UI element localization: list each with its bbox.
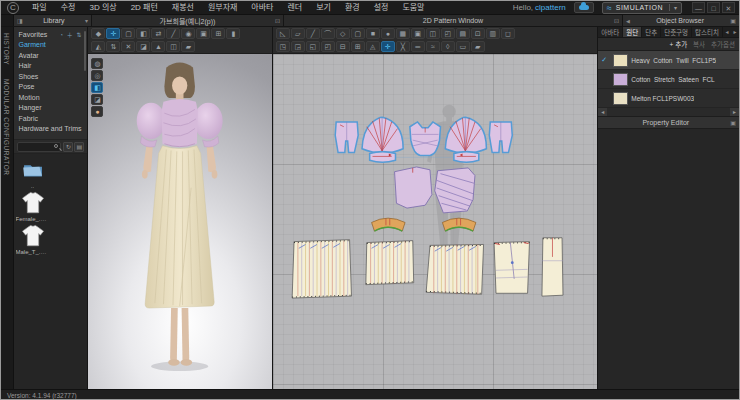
library-nav-item[interactable]: Fabric bbox=[14, 113, 88, 124]
canvas-2d[interactable] bbox=[273, 54, 597, 389]
toolbar-2d-button[interactable]: ▭ bbox=[456, 41, 470, 52]
avatar-display-toggle[interactable]: ◎ bbox=[91, 70, 103, 81]
toolbar-3d-button[interactable]: ▮ bbox=[226, 28, 240, 39]
simulation-dropdown-caret[interactable]: ▾ bbox=[669, 4, 677, 11]
toolbar-2d-button[interactable]: ╳ bbox=[396, 41, 410, 52]
menu-item[interactable]: 아바타 bbox=[244, 1, 280, 15]
object-browser-tab[interactable]: 단추 bbox=[642, 27, 661, 37]
menu-item[interactable]: 보기 bbox=[309, 1, 338, 15]
library-nav-item[interactable]: Pose bbox=[14, 82, 88, 93]
toolbar-2d-button[interactable]: ◰ bbox=[321, 41, 335, 52]
toolbar-2d-button[interactable]: ◬ bbox=[366, 41, 380, 52]
menu-item[interactable]: 3D 의상 bbox=[82, 1, 123, 15]
toolbar-2d-button[interactable]: ◊ bbox=[441, 41, 455, 52]
toolbar-2d-button[interactable]: ● bbox=[381, 28, 395, 39]
object-browser-tab[interactable]: 탑스티치 bbox=[692, 27, 723, 37]
toolbar-3d-button[interactable]: ⊞ bbox=[211, 28, 225, 39]
toolbar-2d-button[interactable]: ✛ bbox=[381, 41, 395, 52]
tab-scroll-arrow[interactable]: ◄ bbox=[723, 27, 731, 37]
toolbar-2d-button[interactable]: ▣ bbox=[411, 28, 425, 39]
toolbar-3d-button[interactable]: ╱ bbox=[166, 28, 180, 39]
toolbar-3d-button[interactable]: ◪ bbox=[136, 41, 150, 52]
fabric-swatch[interactable] bbox=[613, 73, 628, 86]
toolbar-3d-button[interactable]: ▣ bbox=[196, 28, 210, 39]
toolbar-3d-button[interactable]: ◧ bbox=[136, 28, 150, 39]
toolbar-2d-button[interactable]: ═ bbox=[411, 41, 425, 52]
toolbar-3d-button[interactable]: ⇅ bbox=[106, 41, 120, 52]
toolbar-2d-button[interactable]: ▤ bbox=[456, 28, 470, 39]
toolbar-2d-button[interactable]: ▥ bbox=[486, 28, 500, 39]
fabric-row[interactable]: Cotton_Stretch_Sateen_FCL bbox=[598, 70, 739, 89]
menu-item[interactable]: 설정 bbox=[367, 1, 396, 15]
fabric-row[interactable]: ✓ Heavy_Cotton_Twill_FCL1P5 bbox=[598, 51, 739, 70]
simulation-button[interactable]: ≈ SIMULATION ▾ bbox=[602, 2, 682, 14]
toolbar-2d-button[interactable]: ■ bbox=[366, 28, 380, 39]
scroll-arrow[interactable]: ◄ bbox=[598, 108, 607, 116]
library-thumbnail[interactable]: .. bbox=[16, 158, 50, 189]
window-control-button[interactable]: — bbox=[692, 2, 705, 13]
toolbar-2d-button[interactable]: ◫ bbox=[426, 28, 440, 39]
add-fabric-button[interactable]: + 추가 bbox=[670, 39, 688, 49]
avatar-display-toggle[interactable]: ◍ bbox=[91, 58, 103, 69]
canvas-3d[interactable]: ◍◎◧◪● bbox=[88, 54, 271, 389]
toolbar-2d-button[interactable]: ⊟ bbox=[336, 41, 350, 52]
toolbar-2d-button[interactable]: ◲ bbox=[291, 41, 305, 52]
menu-item[interactable]: 파일 bbox=[25, 1, 54, 15]
window-control-button[interactable]: □ bbox=[707, 2, 720, 13]
copy-fabric-button[interactable]: 복사 bbox=[693, 39, 705, 49]
library-nav-item[interactable]: Hanger bbox=[14, 103, 88, 114]
toolbar-3d-button[interactable]: ▰ bbox=[181, 41, 195, 52]
cloud-sync-button[interactable] bbox=[574, 2, 594, 13]
toolbar-2d-button[interactable]: ▱ bbox=[291, 28, 305, 39]
toolbar-2d-button[interactable]: ◇ bbox=[336, 28, 350, 39]
chevron-down-icon[interactable]: ▾ bbox=[85, 17, 88, 24]
toolbar-3d-button[interactable]: ◆ bbox=[91, 28, 105, 39]
detach-window-icon[interactable]: ⊡ bbox=[275, 17, 280, 24]
toolbar-2d-button[interactable]: ⊞ bbox=[351, 41, 365, 52]
view-mode-button[interactable]: ↻ bbox=[63, 142, 73, 152]
avatar-display-toggle[interactable]: ◧ bbox=[91, 82, 103, 93]
scroll-arrow[interactable]: ► bbox=[730, 108, 739, 116]
toolbar-2d-button[interactable]: ◻ bbox=[501, 28, 515, 39]
view-mode-button[interactable]: ▤ bbox=[74, 142, 84, 152]
menu-item[interactable]: 도움말 bbox=[395, 1, 431, 15]
username-link[interactable]: clpattern bbox=[535, 3, 566, 12]
vertical-tab[interactable]: MODULAR CONFIGURATOR bbox=[3, 79, 10, 175]
more-options-button[interactable]: 추가옵션 bbox=[711, 39, 735, 49]
library-nav-item[interactable]: Garment bbox=[14, 40, 88, 51]
menu-item[interactable]: 재봉선 bbox=[165, 1, 201, 15]
property-editor-header[interactable]: Property Editor ▣ bbox=[598, 117, 739, 129]
pin-icon[interactable]: ▣ bbox=[730, 119, 736, 126]
library-nav-item[interactable]: Hardware and Trims bbox=[14, 124, 88, 135]
toolbar-2d-button[interactable]: ◱ bbox=[306, 41, 320, 52]
toolbar-3d-button[interactable]: ▲ bbox=[151, 41, 165, 52]
pattern-pieces[interactable] bbox=[273, 54, 597, 376]
menu-item[interactable]: 수정 bbox=[54, 1, 83, 15]
toolbar-2d-button[interactable]: ╱ bbox=[306, 28, 320, 39]
toolbar-2d-button[interactable]: ▢ bbox=[351, 28, 365, 39]
toolbar-3d-button[interactable]: ▢ bbox=[121, 28, 135, 39]
toolbar-3d-button[interactable]: ✛ bbox=[106, 28, 120, 39]
menu-item[interactable]: 2D 패턴 bbox=[124, 1, 165, 15]
tab-2d-pattern-window[interactable]: 2D Pattern Window ⊡ bbox=[284, 15, 623, 26]
toolbar-2d-button[interactable]: ≈ bbox=[426, 41, 440, 52]
tab-3d-garment-window[interactable]: 가브희블(예니2(p)) ⊡ bbox=[92, 15, 284, 26]
fabric-swatch[interactable] bbox=[613, 54, 628, 67]
vertical-tab[interactable]: HISTORY bbox=[3, 33, 10, 65]
search-input[interactable] bbox=[17, 142, 62, 152]
library-nav-icons[interactable]: ◔ ＋ ⇅ bbox=[59, 30, 82, 39]
library-thumbnail[interactable]: Male_T_.zpac bbox=[16, 224, 50, 255]
library-nav-item[interactable]: Favorites ◔ ＋ ⇅ bbox=[14, 29, 88, 40]
toolbar-2d-button[interactable]: ◺ bbox=[276, 28, 290, 39]
toolbar-2d-button[interactable]: ◳ bbox=[276, 41, 290, 52]
toolbar-3d-button[interactable]: ◉ bbox=[181, 28, 195, 39]
toolbar-2d-button[interactable]: ⊡ bbox=[471, 28, 485, 39]
toolbar-2d-button[interactable]: ⌒ bbox=[321, 28, 335, 39]
menu-item[interactable]: 렌더 bbox=[280, 1, 309, 15]
fabric-swatch[interactable] bbox=[613, 92, 628, 105]
avatar-3d[interactable] bbox=[88, 54, 271, 375]
toolbar-3d-button[interactable]: ◫ bbox=[166, 41, 180, 52]
window-control-button[interactable]: ✕ bbox=[722, 2, 735, 13]
library-thumbnail[interactable]: Female_.zpac bbox=[16, 191, 50, 222]
library-nav-item[interactable]: Motion bbox=[14, 92, 88, 103]
